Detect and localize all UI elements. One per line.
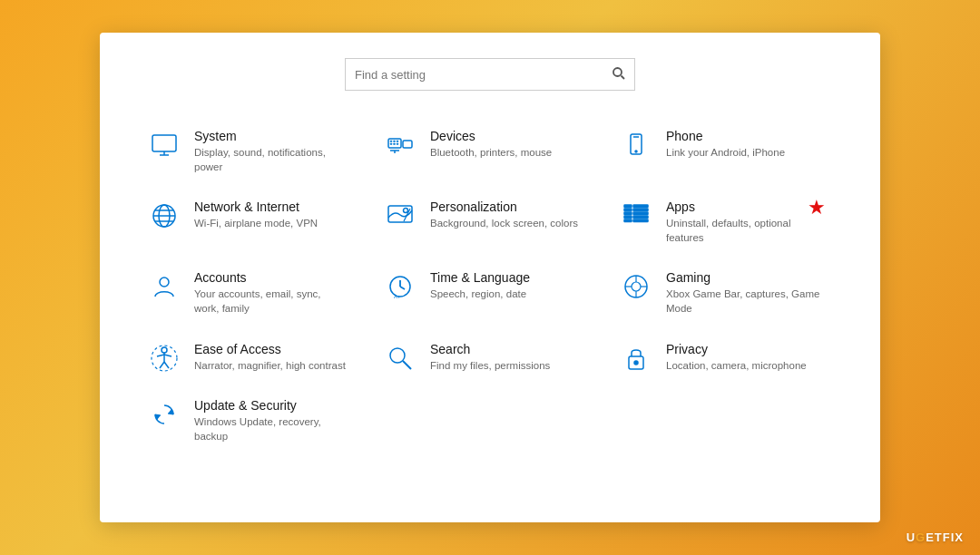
svg-rect-13 (394, 143, 396, 145)
phone-title: Phone (666, 129, 785, 143)
svg-point-16 (635, 151, 637, 152)
svg-point-36 (160, 278, 169, 287)
system-text: System Display, sound, notifications, po… (194, 129, 348, 174)
search-settings-icon (381, 344, 419, 373)
apps-title: Apps (666, 200, 820, 214)
svg-rect-28 (624, 212, 632, 215)
setting-item-phone[interactable]: Phone Link your Android, iPhone (608, 116, 844, 187)
personalization-title: Personalization (430, 200, 578, 214)
setting-item-privacy[interactable]: Privacy Location, camera, microphone (608, 329, 844, 385)
update-text: Update & Security Windows Update, recove… (194, 398, 348, 443)
accounts-icon (145, 272, 183, 301)
devices-text: Devices Bluetooth, printers, mouse (430, 129, 552, 160)
settings-grid: System Display, sound, notifications, po… (136, 116, 844, 456)
ease-text: Ease of Access Narrator, magnifier, high… (194, 342, 346, 373)
personalization-text: Personalization Background, lock screen,… (430, 200, 578, 230)
svg-rect-14 (397, 143, 398, 145)
setting-item-update[interactable]: Update & Security Windows Update, recove… (136, 385, 372, 456)
setting-item-devices[interactable]: Devices Bluetooth, printers, mouse (372, 116, 608, 187)
svg-point-47 (162, 347, 167, 353)
svg-rect-11 (397, 141, 398, 142)
setting-item-ease[interactable]: Ease of Access Narrator, magnifier, high… (136, 329, 372, 385)
search-text: Search Find my files, permissions (430, 342, 550, 373)
svg-point-42 (632, 282, 641, 291)
gaming-desc: Xbox Game Bar, captures, Game Mode (666, 287, 820, 316)
setting-item-network[interactable]: Network & Internet Wi-Fi, airplane mode,… (136, 187, 372, 258)
svg-rect-35 (633, 219, 648, 222)
svg-rect-6 (403, 141, 412, 148)
gaming-text: Gaming Xbox Game Bar, captures, Game Mod… (666, 270, 820, 316)
svg-text:A+: A+ (394, 294, 401, 299)
network-text: Network & Internet Wi-Fi, airplane mode,… (194, 200, 318, 230)
devices-icon (381, 131, 419, 160)
brand-watermark: UGETFIX (906, 531, 964, 544)
privacy-text: Privacy Location, camera, microphone (666, 342, 807, 373)
setting-item-apps[interactable]: Apps Uninstall, defaults, optional featu… (608, 187, 844, 258)
system-icon (145, 131, 183, 160)
privacy-desc: Location, camera, microphone (666, 358, 807, 373)
svg-rect-2 (152, 135, 176, 151)
time-text: Time & Language Speech, region, date (430, 270, 530, 301)
svg-rect-30 (624, 219, 632, 222)
update-title: Update & Security (194, 398, 348, 413)
setting-item-accounts[interactable]: Accounts Your accounts, email, sync, wor… (136, 258, 372, 328)
gaming-title: Gaming (666, 270, 820, 285)
svg-rect-31 (633, 205, 648, 208)
brand-highlight: G (916, 531, 926, 544)
update-desc: Windows Update, recovery, backup (194, 414, 348, 443)
phone-desc: Link your Android, iPhone (666, 145, 785, 160)
personalization-desc: Background, lock screen, colors (430, 216, 578, 230)
network-desc: Wi-Fi, airplane mode, VPN (194, 216, 318, 230)
phone-text: Phone Link your Android, iPhone (666, 129, 785, 160)
setting-item-system[interactable]: System Display, sound, notifications, po… (136, 116, 372, 187)
setting-item-search[interactable]: Search Find my files, permissions (372, 329, 608, 385)
svg-rect-34 (633, 216, 648, 219)
gaming-icon (617, 272, 655, 301)
privacy-icon (617, 344, 655, 373)
apps-icon (617, 201, 655, 230)
privacy-title: Privacy (666, 342, 807, 356)
search-title: Search (430, 342, 550, 356)
time-desc: Speech, region, date (430, 287, 530, 301)
system-desc: Display, sound, notifications, power (194, 145, 348, 174)
svg-rect-27 (624, 209, 632, 211)
network-icon (145, 201, 183, 230)
svg-point-24 (404, 209, 408, 213)
devices-title: Devices (430, 129, 552, 143)
svg-line-39 (400, 287, 405, 289)
search-icon (612, 67, 625, 83)
svg-point-52 (634, 361, 638, 365)
svg-rect-33 (633, 212, 648, 215)
svg-line-25 (404, 209, 410, 221)
time-icon: A+ (381, 272, 419, 301)
svg-point-49 (390, 348, 405, 363)
svg-rect-32 (633, 209, 648, 211)
settings-window: System Display, sound, notifications, po… (100, 33, 880, 522)
devices-desc: Bluetooth, printers, mouse (430, 145, 552, 160)
accounts-title: Accounts (194, 270, 348, 285)
setting-item-personalization[interactable]: Personalization Background, lock screen,… (372, 187, 608, 258)
apps-desc: Uninstall, defaults, optional features (666, 216, 820, 245)
ease-icon (145, 344, 183, 373)
svg-line-1 (622, 75, 625, 79)
search-desc: Find my files, permissions (430, 358, 550, 373)
time-title: Time & Language (430, 270, 530, 285)
search-bar[interactable] (345, 58, 635, 91)
phone-icon (617, 131, 655, 160)
setting-item-time[interactable]: A+ Time & Language Speech, region, date (372, 258, 608, 328)
system-title: System (194, 129, 348, 143)
setting-item-gaming[interactable]: Gaming Xbox Game Bar, captures, Game Mod… (608, 258, 844, 328)
search-input[interactable] (355, 68, 612, 82)
ease-desc: Narrator, magnifier, high contrast (194, 358, 346, 373)
svg-point-0 (613, 68, 622, 76)
svg-rect-9 (390, 141, 392, 142)
network-title: Network & Internet (194, 200, 318, 214)
ease-title: Ease of Access (194, 342, 346, 356)
apps-text: Apps Uninstall, defaults, optional featu… (666, 200, 820, 245)
svg-rect-29 (624, 216, 632, 219)
update-icon (145, 400, 183, 429)
personalization-icon (381, 201, 419, 230)
svg-rect-12 (390, 143, 392, 145)
accounts-text: Accounts Your accounts, email, sync, wor… (194, 270, 348, 316)
accounts-desc: Your accounts, email, sync, work, family (194, 287, 348, 316)
